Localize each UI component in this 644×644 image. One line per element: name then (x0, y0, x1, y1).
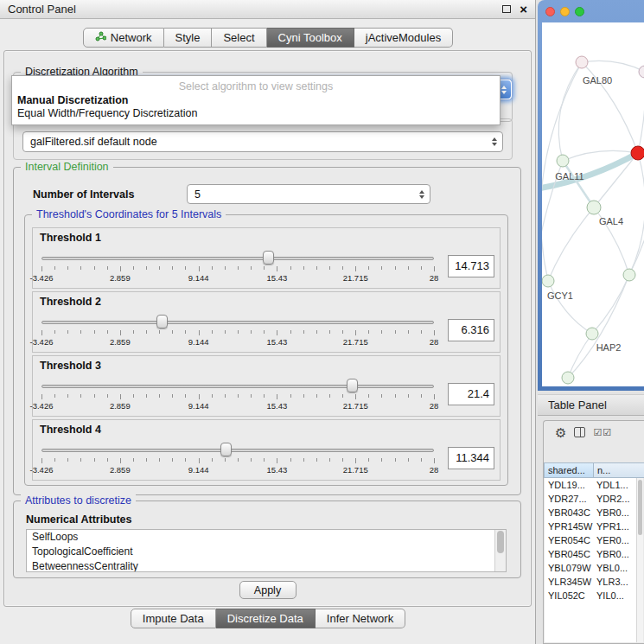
tick-mark (41, 266, 42, 271)
tick-mark (67, 330, 68, 334)
threshold-slider-4[interactable]: -3.4262.8599.14415.4321.71528 (40, 438, 436, 478)
network-edge[interactable] (548, 207, 594, 281)
network-canvas[interactable]: GAL80GAL11GAL4GCY1HAP2 (542, 22, 644, 386)
network-node-gal80[interactable] (576, 56, 588, 68)
table-row-ylr345w[interactable]: YLR345WYLR3... (545, 575, 636, 589)
tab-infer-network[interactable]: Infer Network (316, 609, 405, 628)
network-view-window[interactable]: GAL80GAL11GAL4GCY1HAP2 (538, 0, 644, 391)
list-item-selfloops[interactable]: SelfLoops (27, 530, 506, 545)
numerical-attributes-list[interactable]: SelfLoopsTopologicalCoefficientBetweenne… (26, 529, 507, 572)
network-edge[interactable] (582, 61, 644, 72)
scale-number: 2.859 (110, 465, 131, 475)
tick-mark (408, 458, 409, 462)
network-edge[interactable] (592, 275, 629, 334)
slider-track[interactable] (41, 321, 434, 324)
tab-impute-data[interactable]: Impute Data (131, 609, 216, 628)
tick-mark (159, 458, 160, 462)
combo-arrows-icon (492, 137, 497, 146)
list-scrollbar-thumb[interactable] (497, 531, 504, 553)
network-node[interactable] (639, 66, 644, 78)
table-row-yer054c[interactable]: YER054CYER0... (545, 533, 636, 547)
bottom-tab-strip: Impute DataDiscretize DataInfer Network (0, 609, 536, 628)
zoom-traffic-light-icon[interactable] (575, 7, 584, 16)
slider-track[interactable] (41, 385, 434, 388)
table-row-ydl19[interactable]: YDL19...YDL1... (545, 478, 636, 492)
close-icon[interactable]: × (520, 5, 527, 14)
table-row-ybr043c[interactable]: YBR043CYBR0... (545, 506, 636, 520)
tick-mark (94, 458, 95, 462)
scale-number: -3.426 (30, 401, 54, 411)
table-data-combo[interactable]: galFiltered.sif default node (22, 131, 503, 152)
table-cell: YIL052C (545, 589, 593, 603)
apply-button[interactable]: Apply (239, 581, 296, 599)
scale-number: 2.859 (110, 337, 131, 347)
tick-mark (395, 266, 396, 270)
columns-icon[interactable] (574, 427, 585, 437)
close-traffic-light-icon[interactable] (545, 7, 555, 16)
table-row-ypr145w[interactable]: YPR145WYPR1... (545, 520, 636, 533)
list-item-betweennesscentrality[interactable]: BetweennessCentrality (27, 559, 506, 572)
network-node-gcy1[interactable] (542, 275, 554, 287)
network-edge[interactable] (629, 72, 644, 275)
threshold-value-box[interactable]: 21.4 (448, 383, 494, 405)
tick-mark (120, 458, 121, 463)
network-edge[interactable] (638, 72, 644, 153)
table-row-ydr27[interactable]: YDR27...YDR2... (545, 492, 636, 506)
window-title: Control Panel (8, 3, 76, 16)
number-of-intervals-combo[interactable]: 5 (187, 184, 430, 204)
tab-discretize-data[interactable]: Discretize Data (216, 609, 316, 628)
threshold-value-box[interactable]: 11.344 (448, 447, 494, 469)
table-row-yil052c[interactable]: YIL052CYIL0... (545, 589, 636, 603)
slider-thumb[interactable] (263, 251, 274, 265)
tab-network[interactable]: Network (83, 28, 164, 48)
slider-track[interactable] (41, 257, 434, 260)
table-cell: YDR2... (593, 492, 636, 506)
network-node-gal11[interactable] (557, 155, 569, 167)
scale-number: 2.859 (110, 273, 131, 283)
table-row-ybl079w[interactable]: YBL079WYBL0... (545, 561, 636, 575)
tick-mark (368, 330, 369, 334)
tick-mark (133, 330, 134, 334)
network-node[interactable] (623, 269, 635, 281)
tick-mark (238, 330, 239, 334)
column-header-name[interactable]: n... (593, 462, 644, 478)
threshold-slider-2[interactable]: -3.4262.8599.14415.4321.71528 (40, 310, 436, 350)
network-node[interactable] (562, 372, 574, 384)
minimize-traffic-light-icon[interactable] (560, 7, 570, 16)
network-node-hap2[interactable] (586, 328, 598, 340)
list-item-topologicalcoefficient[interactable]: TopologicalCoefficient (27, 545, 506, 559)
threshold-value-box[interactable]: 6.316 (448, 319, 494, 341)
select-columns-icon[interactable]: ☑☑ (593, 427, 612, 438)
threshold-slider-1[interactable]: -3.4262.8599.14415.4321.71528 (40, 246, 436, 286)
network-node-gal4[interactable] (587, 201, 601, 214)
slider-thumb[interactable] (347, 379, 358, 392)
network-edge[interactable] (558, 62, 582, 161)
gear-icon[interactable]: ⚙ (555, 426, 566, 439)
column-header-shared-name[interactable]: shared... (544, 462, 593, 478)
dropdown-option-manual-discretization[interactable]: Manual Discretization (12, 94, 500, 107)
float-window-icon[interactable] (502, 5, 511, 13)
network-edge[interactable] (568, 334, 592, 378)
slider-thumb[interactable] (220, 443, 232, 456)
list-scrollbar[interactable] (494, 530, 506, 571)
network-node[interactable] (631, 146, 644, 160)
threshold-panel-1: Threshold 1-3.4262.8599.14415.4321.71528… (32, 227, 501, 289)
slider-thumb[interactable] (156, 315, 168, 328)
dropdown-option-equal-width-frequency[interactable]: Equal Width/Frequency Discretization (12, 107, 500, 120)
slider-track[interactable] (41, 449, 434, 452)
table-scrollbar[interactable] (636, 478, 643, 642)
tab-jactivemodules[interactable]: jActiveModules (354, 28, 453, 48)
tab-style[interactable]: Style (164, 28, 213, 48)
tab-select[interactable]: Select (212, 28, 266, 48)
threshold-slider-3[interactable]: -3.4262.8599.14415.4321.71528 (40, 374, 436, 414)
network-edge[interactable] (548, 281, 592, 334)
tick-mark (277, 266, 277, 271)
table-row-ybr045c[interactable]: YBR045CYBR0... (545, 547, 636, 561)
tick-mark (199, 458, 200, 463)
tab-cyni-toolbox[interactable]: Cyni Toolbox (267, 28, 354, 48)
number-of-intervals-label: Number of Intervals (33, 188, 134, 201)
threshold-value-box[interactable]: 14.713 (448, 255, 494, 277)
network-edge[interactable] (629, 153, 644, 275)
table-scrollbar-thumb[interactable] (638, 480, 642, 535)
scale-number: 28 (430, 401, 439, 411)
